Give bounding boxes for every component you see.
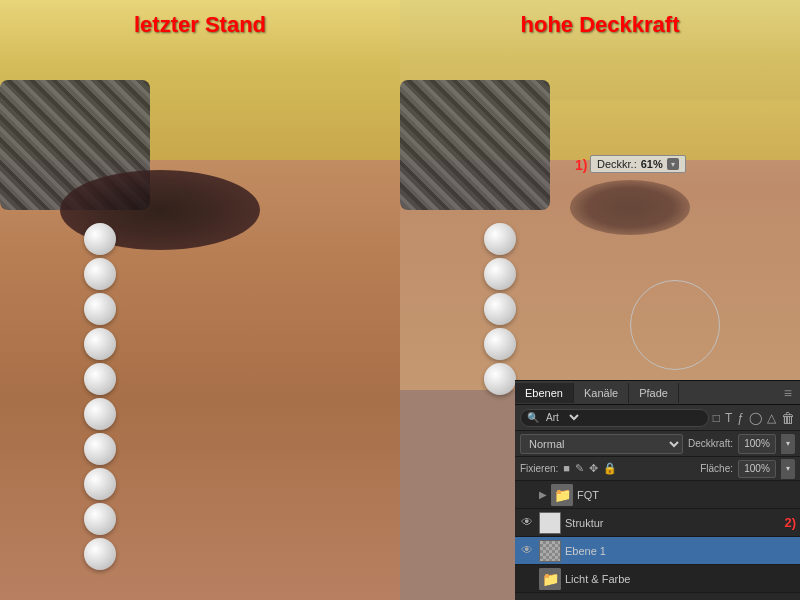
layer-thumb-lichtfarbe: 📁 <box>539 568 561 590</box>
layers-filter-toolbar: 🔍 Art □ T ƒ ◯ △ 🗑 <box>515 405 800 431</box>
tab-ebenen[interactable]: Ebenen <box>515 383 574 403</box>
lock-all-icon[interactable]: 🔒 <box>603 462 617 475</box>
layer-thumb-fqt: 📁 <box>551 484 573 506</box>
fill-label: Fläche: <box>700 463 733 474</box>
annotation-1-label: 1) <box>575 157 587 173</box>
eye-area-right <box>570 180 690 235</box>
deckkraft-prefix-label: Deckkr.: <box>597 158 637 170</box>
pearl <box>484 328 516 360</box>
lock-checkerboard-icon[interactable]: ■ <box>563 462 570 475</box>
opacity-value[interactable]: 100% <box>738 434 776 454</box>
main-container: letzter Stand 1) Deckkr.: 61% ▾ hohe Dec… <box>0 0 800 600</box>
layer-adj-icon[interactable]: △ <box>767 411 776 425</box>
layer-visibility-fqt[interactable] <box>519 487 535 503</box>
layers-search[interactable]: 🔍 Art <box>520 409 709 427</box>
layer-name-ebene1: Ebene 1 <box>565 545 796 557</box>
layer-delete-icon[interactable]: 🗑 <box>781 410 795 426</box>
opacity-label: Deckkraft: <box>688 438 733 449</box>
layer-name-fqt: FQT <box>577 489 796 501</box>
layer-mask-icon[interactable]: ◯ <box>749 411 762 425</box>
opacity-dropdown-btn[interactable]: ▾ <box>781 434 795 454</box>
lock-brush-icon[interactable]: ✎ <box>575 462 584 475</box>
search-icon: 🔍 <box>527 412 539 423</box>
layer-item-struktur[interactable]: 👁 Struktur 2) <box>515 509 800 537</box>
lock-move-icon[interactable]: ✥ <box>589 462 598 475</box>
pearl <box>84 503 116 535</box>
filter-select[interactable]: Art <box>542 411 582 424</box>
layer-item-ebene1[interactable]: 👁 Ebene 1 <box>515 537 800 565</box>
pearl <box>84 538 116 570</box>
layers-panel: Ebenen Kanäle Pfade ≡ 🔍 Art □ T ƒ ◯ <box>515 380 800 600</box>
pearl <box>84 328 116 360</box>
lock-icons: ■ ✎ ✥ 🔒 <box>563 462 617 475</box>
pearl <box>84 398 116 430</box>
layer-visibility-ebene1[interactable]: 👁 <box>519 543 535 559</box>
layer-thumb-struktur <box>539 512 561 534</box>
blend-opacity-row: Normal Deckkraft: 100% ▾ <box>515 431 800 457</box>
pearl <box>84 363 116 395</box>
pearl <box>84 258 116 290</box>
panel-menu-icon[interactable]: ≡ <box>784 385 792 401</box>
annotation-2-label: 2) <box>784 515 796 530</box>
pearl <box>484 223 516 255</box>
layer-new-icon[interactable]: □ <box>713 411 720 425</box>
layers-tabs: Ebenen Kanäle Pfade ≡ <box>515 381 800 405</box>
pearls-left <box>80 220 120 600</box>
pearl <box>484 363 516 395</box>
pearl <box>484 293 516 325</box>
pearl <box>84 433 116 465</box>
left-panel: letzter Stand <box>0 0 400 600</box>
layer-expand-fqt[interactable]: ▶ <box>539 489 547 500</box>
layer-item-fqt[interactable]: ▶ 📁 FQT <box>515 481 800 509</box>
pearl <box>84 223 116 255</box>
hat-ornament-right <box>400 80 550 210</box>
lock-fill-row: Fixieren: ■ ✎ ✥ 🔒 Fläche: 100% ▾ <box>515 457 800 481</box>
layer-name-lichtfarbe: Licht & Farbe <box>565 573 796 585</box>
tab-pfade[interactable]: Pfade <box>629 383 679 403</box>
layer-item-lichtfarbe[interactable]: 📁 Licht & Farbe <box>515 565 800 593</box>
deckkraft-value: 61% <box>641 158 663 170</box>
layer-visibility-lichtfarbe[interactable] <box>519 571 535 587</box>
layer-effect-icon[interactable]: ƒ <box>737 411 744 425</box>
blend-mode-select[interactable]: Normal <box>520 434 683 454</box>
deckkraft-badge[interactable]: Deckkr.: 61% ▾ <box>590 155 686 173</box>
right-panel-label: hohe Deckkraft <box>521 12 680 38</box>
layers-toolbar-icons: □ T ƒ ◯ △ 🗑 <box>713 410 795 426</box>
fill-dropdown-btn[interactable]: ▾ <box>781 459 795 479</box>
layer-name-struktur: Struktur <box>565 517 776 529</box>
deckkraft-dropdown-arrow[interactable]: ▾ <box>667 158 679 170</box>
tab-kanaele[interactable]: Kanäle <box>574 383 629 403</box>
layer-visibility-struktur[interactable]: 👁 <box>519 515 535 531</box>
pearls-right <box>480 220 520 390</box>
circle-annotation <box>630 280 720 370</box>
layer-text-icon[interactable]: T <box>725 411 732 425</box>
pearl <box>84 293 116 325</box>
right-panel: 1) Deckkr.: 61% ▾ hohe Deckkraft Ebenen … <box>400 0 800 600</box>
pearl <box>84 468 116 500</box>
lock-label: Fixieren: <box>520 463 558 474</box>
layer-thumb-ebene1 <box>539 540 561 562</box>
pearl <box>484 258 516 290</box>
fill-value[interactable]: 100% <box>738 460 776 478</box>
left-panel-label: letzter Stand <box>134 12 266 38</box>
